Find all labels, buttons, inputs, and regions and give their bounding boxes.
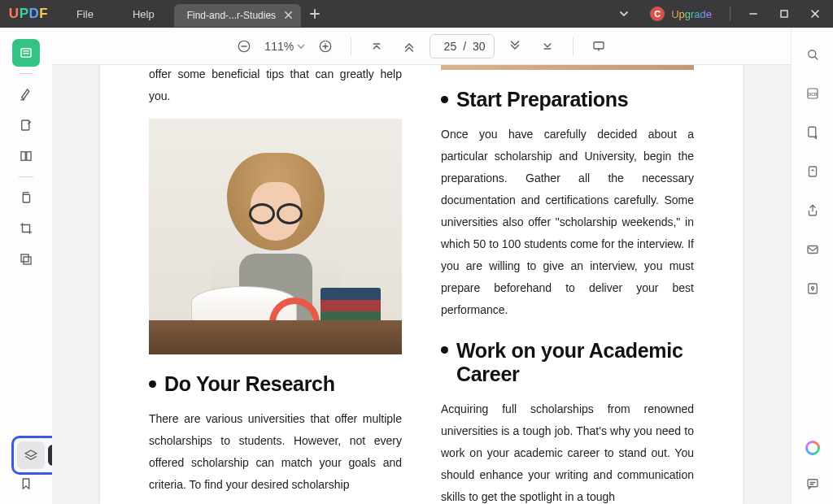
heading-work-on-academic-career: Work on your Academic Career — [441, 339, 694, 387]
svg-rect-17 — [808, 284, 817, 293]
svg-rect-15 — [809, 167, 816, 176]
titlebar-right: C Upgrade — [611, 0, 833, 28]
email-button[interactable] — [800, 237, 825, 262]
svg-rect-19 — [808, 480, 818, 487]
bookmark-button[interactable] — [12, 470, 40, 497]
image-strip — [441, 65, 694, 70]
separator — [351, 37, 351, 55]
tab-overflow-button[interactable] — [611, 8, 637, 20]
separator — [573, 37, 574, 55]
center-column: 111% 25 / 30 — [52, 28, 791, 504]
page-indicator[interactable]: 25 / 30 — [430, 34, 494, 59]
page-layout-button[interactable] — [12, 142, 40, 170]
svg-text:OCR: OCR — [808, 92, 818, 97]
separator — [19, 176, 33, 177]
caret-down-icon — [297, 42, 305, 50]
upgrade-button[interactable]: C Upgrade — [642, 0, 720, 28]
tabstrip: Find-and-...r-Studies — [174, 0, 611, 28]
svg-rect-2 — [22, 120, 29, 130]
top-toolbar: 111% 25 / 30 — [52, 28, 791, 65]
heading-start-preparations: Start Preparations — [441, 88, 694, 112]
thumbnails-button[interactable] — [17, 441, 45, 469]
close-tab-icon[interactable] — [284, 11, 293, 20]
window-maximize[interactable] — [771, 0, 797, 28]
svg-rect-3 — [21, 152, 25, 161]
comments-panel-button[interactable] — [800, 471, 825, 496]
convert-button[interactable] — [800, 120, 825, 145]
svg-rect-4 — [27, 152, 31, 161]
layers-tool-button[interactable] — [12, 245, 40, 273]
separator — [730, 7, 731, 21]
annotate-tool-button[interactable] — [12, 111, 40, 139]
zoom-in-button[interactable] — [313, 34, 338, 59]
svg-rect-10 — [594, 41, 604, 48]
titlebar: UPDF File Help Find-and-...r-Studies C U… — [0, 0, 833, 28]
heading-do-your-research: Do Your Research — [149, 372, 402, 397]
svg-rect-16 — [808, 246, 818, 254]
protect-button[interactable] — [800, 276, 825, 301]
menu-help[interactable]: Help — [113, 0, 174, 28]
right-sidebar: OCR — [791, 28, 833, 504]
presentation-button[interactable] — [587, 34, 611, 59]
app-logo: UPDF — [0, 0, 57, 28]
body-text: Acquiring full scholarships from renowne… — [441, 398, 694, 505]
svg-point-18 — [811, 287, 813, 289]
body-text: Once you have carefully decided about a … — [441, 124, 694, 321]
window-minimize[interactable] — [740, 0, 766, 28]
svg-rect-5 — [23, 194, 29, 202]
next-page-button[interactable] — [503, 34, 527, 59]
menubar: File Help — [57, 0, 174, 28]
upgrade-label: Upgrade — [671, 8, 712, 20]
svg-rect-0 — [781, 11, 787, 17]
workspace: Thumbnails 111% — [0, 28, 833, 504]
new-tab-button[interactable] — [301, 8, 329, 20]
last-page-button[interactable] — [535, 34, 560, 59]
prev-page-button[interactable] — [397, 34, 421, 59]
body-text: offer some beneficial tips that can grea… — [149, 65, 402, 107]
svg-point-11 — [808, 50, 815, 58]
crop-tool-button[interactable] — [12, 215, 40, 242]
page-current: 25 — [438, 40, 456, 53]
page-right-column: Start Preparations Once you have careful… — [441, 65, 694, 471]
separator — [19, 73, 33, 74]
window-close[interactable] — [802, 0, 828, 28]
svg-rect-7 — [24, 257, 31, 264]
account-badge: C — [650, 7, 665, 21]
page-separator: / — [463, 40, 466, 53]
zoom-selector[interactable]: 111% — [264, 40, 305, 53]
page-total: 30 — [473, 40, 486, 53]
menu-file[interactable]: File — [57, 0, 113, 28]
document-page: offer some beneficial tips that can grea… — [100, 65, 743, 504]
first-page-button[interactable] — [364, 34, 389, 59]
search-button[interactable] — [800, 42, 825, 67]
document-tab[interactable]: Find-and-...r-Studies — [174, 4, 301, 27]
reader-mode-button[interactable] — [12, 39, 40, 67]
highlight-tool-button[interactable] — [12, 80, 40, 108]
page-left-column: offer some beneficial tips that can grea… — [149, 65, 402, 471]
share-button[interactable] — [800, 198, 825, 223]
body-text: There are various universities that offe… — [149, 408, 402, 496]
zoom-out-button[interactable] — [232, 34, 256, 59]
zoom-value: 111% — [264, 40, 294, 53]
svg-rect-14 — [808, 127, 815, 137]
ocr-button[interactable]: OCR — [800, 81, 825, 106]
tab-title: Find-and-...r-Studies — [187, 10, 276, 21]
copy-tool-button[interactable] — [12, 184, 40, 211]
updf-logo-icon[interactable] — [800, 436, 825, 460]
article-image — [149, 119, 402, 354]
left-sidebar: Thumbnails — [0, 28, 52, 504]
document-viewport[interactable]: offer some beneficial tips that can grea… — [52, 65, 791, 504]
svg-rect-6 — [21, 254, 28, 262]
export-button[interactable] — [800, 159, 825, 184]
